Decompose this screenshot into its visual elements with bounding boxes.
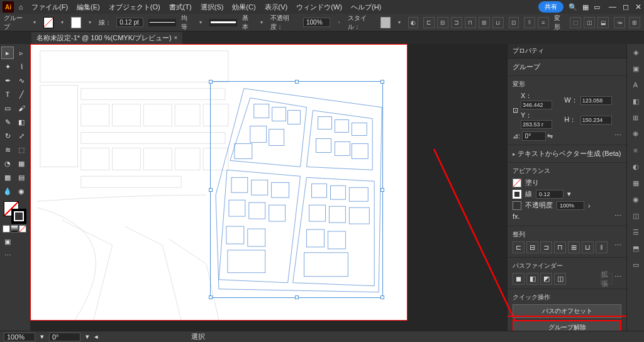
swatches-icon[interactable]: ◧ — [630, 96, 641, 107]
color-mode-none[interactable] — [19, 225, 26, 233]
brushes-icon[interactable]: ⊞ — [630, 112, 641, 123]
menu-select[interactable]: 選択(S) — [197, 1, 228, 13]
asset-export-icon[interactable]: ⬒ — [630, 243, 641, 254]
brush-def[interactable] — [209, 19, 237, 26]
zoom-input[interactable]: 100% — [4, 333, 35, 341]
selection-tool[interactable]: ▸ — [1, 47, 14, 59]
isolate-icon[interactable]: ⊡ — [509, 17, 519, 28]
expand-icon[interactable]: › — [335, 18, 343, 27]
align-left-icon[interactable]: ⊏ — [513, 241, 525, 253]
intersect-icon[interactable]: ◩ — [540, 273, 552, 285]
properties-icon[interactable]: ◈ — [630, 47, 641, 58]
blend-tool[interactable]: ◉ — [15, 185, 28, 197]
x-input[interactable] — [521, 101, 552, 109]
chevron-down-icon[interactable]: ▾ — [86, 333, 89, 341]
menu-file[interactable]: ファイル(F) — [28, 1, 72, 13]
essentials-icon[interactable]: ≔ — [614, 17, 625, 28]
stroke-width-input[interactable]: 0.12 pt — [116, 18, 143, 27]
chevron-down-icon[interactable]: ▾ — [197, 18, 204, 27]
gradient-icon[interactable]: ◐ — [630, 161, 641, 172]
envelope-icon[interactable]: ⬚ — [570, 17, 581, 28]
maximize-icon[interactable]: ◻ — [623, 3, 629, 11]
align-bottom-icon[interactable]: ⊔ — [492, 17, 504, 28]
layers-icon[interactable]: ☰ — [630, 226, 641, 238]
scale-tool[interactable]: ⤢ — [15, 130, 28, 142]
panel-tab-properties[interactable]: プロパティ — [508, 44, 626, 58]
ungroup-button[interactable]: グループ解除 — [513, 320, 621, 331]
recolor-icon[interactable]: ◐ — [408, 17, 418, 28]
align-right-icon[interactable]: ⊐ — [451, 17, 462, 28]
menu-window[interactable]: ウィンドウ(W) — [292, 1, 346, 13]
y-input[interactable] — [521, 120, 552, 129]
search-icon[interactable]: 🔍 — [569, 3, 577, 11]
dist-h-icon[interactable]: ⫴ — [596, 241, 608, 253]
stroke-val-input[interactable]: 0.12 — [536, 190, 564, 199]
home-icon[interactable]: ⌂ — [15, 1, 26, 13]
panel-toggle-icon[interactable]: ⊞ — [629, 17, 640, 28]
rotate-view-input[interactable]: 0° — [49, 333, 80, 341]
eyedropper-tool[interactable]: 💧 — [1, 185, 14, 197]
minimize-icon[interactable]: — — [609, 3, 616, 11]
artboards-icon[interactable]: ▭ — [630, 259, 641, 270]
more-options-icon[interactable]: ⋯ — [614, 241, 621, 253]
align-top-icon[interactable]: ⊓ — [554, 241, 566, 253]
stroke-swatch[interactable] — [71, 17, 81, 28]
align-bottom-icon[interactable]: ⊔ — [582, 241, 594, 253]
fill-swatch[interactable] — [43, 17, 53, 28]
align-vcenter-icon[interactable]: ⊞ — [479, 17, 490, 28]
color-icon[interactable]: A — [630, 79, 641, 91]
stroke-icon[interactable]: ≡ — [630, 145, 641, 156]
align-hcenter-icon[interactable]: ⊟ — [437, 17, 448, 28]
dist-v-icon[interactable]: ≡ — [538, 17, 549, 28]
more-options-icon[interactable]: ⋯ — [614, 131, 621, 140]
align-left-icon[interactable]: ⊏ — [423, 17, 435, 28]
chevron-down-icon[interactable]: ▾ — [58, 18, 66, 27]
share-button[interactable]: 共有 — [538, 1, 564, 13]
shaper-tool[interactable]: ✎ — [1, 116, 14, 128]
mesh-tool[interactable]: ▩ — [1, 171, 14, 184]
graphic-styles-icon[interactable]: ◫ — [630, 210, 641, 221]
menu-view[interactable]: 表示(V) — [261, 1, 292, 13]
h-input[interactable] — [580, 116, 612, 124]
align-vcenter-icon[interactable]: ⊞ — [568, 241, 580, 253]
opacity-val-input[interactable]: 100% — [557, 201, 584, 210]
chevron-down-icon[interactable]: ▾ — [86, 18, 94, 27]
stroke-profile[interactable] — [148, 19, 176, 26]
offset-path-button[interactable]: パスのオフセット — [513, 304, 621, 318]
wand-tool[interactable]: ✦ — [1, 60, 14, 73]
perspective-tool[interactable]: ▦ — [15, 157, 28, 170]
ref-point-icon[interactable]: ⊡ — [513, 106, 518, 114]
stroke-swatch-panel[interactable] — [513, 190, 521, 199]
opacity-input[interactable]: 100% — [303, 18, 330, 27]
angle-input[interactable] — [522, 131, 546, 141]
toggle-icon[interactable]: ⬓ — [597, 17, 609, 28]
workspace-icon[interactable]: ▭ — [594, 3, 600, 11]
chevron-down-icon[interactable]: ▾ — [31, 18, 38, 27]
expand-button[interactable]: 拡張 — [601, 273, 613, 285]
expand-icon[interactable]: › — [588, 202, 591, 209]
opacity-swatch[interactable] — [513, 201, 521, 210]
rect-tool[interactable]: ▭ — [1, 102, 14, 114]
brush-tool[interactable]: 🖌 — [15, 102, 28, 114]
flip-h-icon[interactable]: ⇋ — [547, 132, 553, 140]
style-swatch[interactable] — [380, 17, 391, 28]
minus-front-icon[interactable]: ◧ — [526, 273, 538, 285]
w-input[interactable] — [580, 96, 612, 105]
eraser-tool[interactable]: ◧ — [15, 116, 28, 128]
appearance-icon[interactable]: ◉ — [630, 194, 641, 205]
chevron-down-icon[interactable]: ▾ — [40, 333, 44, 341]
width-tool[interactable]: ≋ — [1, 143, 14, 156]
transform-label[interactable]: 変形 — [554, 14, 565, 31]
fx-button[interactable]: fx. — [513, 212, 520, 220]
artboard-nav-prev-icon[interactable]: ◂ — [94, 333, 98, 341]
chevron-down-icon[interactable]: ▾ — [258, 18, 265, 27]
rotate-tool[interactable]: ↻ — [1, 130, 14, 142]
align-top-icon[interactable]: ⊓ — [465, 17, 476, 28]
align-right-icon[interactable]: ⊐ — [540, 241, 552, 253]
canvas-area[interactable] — [30, 44, 507, 331]
screen-mode-icon[interactable]: ▣ — [1, 235, 14, 248]
close-tab-icon[interactable]: × — [174, 35, 177, 41]
color-mode-gradient[interactable] — [11, 225, 18, 233]
free-transform-tool[interactable]: ⬚ — [15, 143, 28, 156]
type-tool[interactable]: T — [1, 88, 14, 101]
